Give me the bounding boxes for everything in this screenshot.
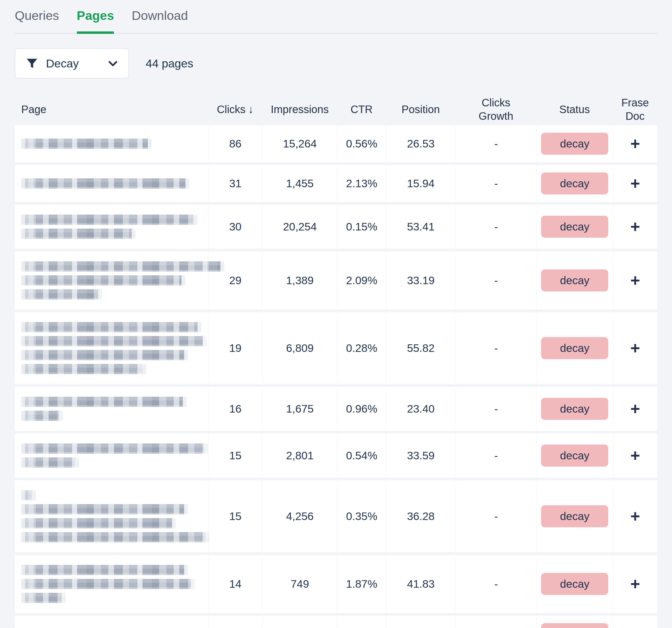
status-badge: decay [541, 623, 608, 628]
tab-download[interactable]: Download [132, 8, 188, 33]
frase-doc-cell: + [613, 480, 657, 552]
table-row: 15 2,801 0.54% 33.59 - decay + [15, 433, 657, 478]
column-header-ctr[interactable]: CTR [337, 103, 386, 116]
redacted-text-line [21, 504, 188, 514]
redacted-text-line [21, 411, 63, 421]
redacted-text-line [21, 289, 102, 300]
impressions-cell: 2,801 [262, 433, 337, 478]
clicks-growth-cell: - [456, 555, 536, 613]
redacted-text-line [21, 518, 176, 528]
redacted-text-line [21, 593, 66, 603]
impressions-cell: 20,254 [262, 205, 337, 249]
ctr-cell: 1.87% [337, 555, 386, 613]
filter-dropdown[interactable]: Decay [15, 48, 129, 78]
add-frase-doc-icon[interactable]: + [630, 135, 640, 152]
status-cell: decay [536, 387, 613, 431]
tab-download-label: Download [132, 8, 188, 23]
redacted-text-line [21, 322, 201, 332]
column-header-frase-doc[interactable]: Frase Doc [613, 96, 657, 123]
add-frase-doc-icon[interactable]: + [630, 447, 640, 464]
page-link[interactable] [15, 555, 208, 613]
status-cell: decay [536, 165, 613, 202]
impressions-cell: 1,455 [262, 165, 337, 202]
chevron-down-icon [107, 57, 119, 69]
column-header-page[interactable]: Page [15, 103, 208, 116]
frase-doc-cell: + [613, 555, 657, 613]
page-link[interactable] [15, 251, 208, 309]
redacted-text-line [21, 215, 197, 225]
ctr-cell: 2.09% [337, 251, 386, 309]
tab-pages[interactable]: Pages [77, 8, 114, 33]
status-badge: decay [541, 573, 608, 595]
impressions-cell: 1,675 [262, 387, 337, 431]
clicks-growth-cell: - [456, 251, 536, 309]
status-cell: decay [536, 125, 613, 162]
page-link[interactable] [15, 165, 208, 202]
table-row: 15 4,256 0.35% 36.28 - decay + [15, 480, 657, 552]
status-badge: decay [541, 445, 608, 467]
clicks-cell: 30 [208, 205, 262, 249]
page-link[interactable] [15, 433, 208, 478]
add-frase-doc-icon[interactable]: + [630, 175, 640, 192]
tab-queries[interactable]: Queries [15, 8, 59, 33]
add-frase-doc-icon[interactable]: + [630, 401, 640, 417]
add-frase-doc-icon[interactable]: + [630, 626, 640, 628]
filter-selected-value: Decay [46, 57, 79, 70]
table-row: 13 467 2.78% 21.44 - decay + [15, 616, 657, 628]
add-frase-doc-icon[interactable]: + [630, 576, 640, 592]
column-header-status[interactable]: Status [536, 103, 613, 116]
position-cell: 23.40 [386, 387, 456, 431]
impressions-cell: 467 [262, 616, 337, 628]
status-cell: decay [536, 251, 613, 309]
ctr-cell: 0.56% [337, 125, 386, 162]
page-count: 44 pages [146, 57, 193, 70]
add-frase-doc-icon[interactable]: + [630, 218, 640, 235]
clicks-cell: 86 [208, 125, 262, 162]
impressions-cell: 15,264 [262, 125, 337, 162]
add-frase-doc-icon[interactable]: + [630, 508, 640, 525]
clicks-growth-cell: - [456, 433, 536, 478]
status-cell: decay [536, 312, 613, 384]
page-link[interactable] [15, 125, 208, 162]
table-row: 86 15,264 0.56% 26.53 - decay + [15, 125, 657, 162]
page-link[interactable] [15, 205, 208, 249]
ctr-cell: 0.96% [337, 387, 386, 431]
add-frase-doc-icon[interactable]: + [630, 340, 640, 356]
frase-doc-cell: + [613, 251, 657, 309]
status-badge: decay [541, 216, 608, 238]
page-link[interactable] [15, 312, 208, 384]
page-link[interactable] [15, 387, 208, 431]
redacted-text-line [21, 532, 209, 542]
column-header-clicks[interactable]: Clicks ↓ [208, 103, 262, 116]
status-badge: decay [541, 337, 608, 359]
clicks-cell: 29 [208, 251, 262, 309]
redacted-text-line [21, 565, 188, 575]
add-frase-doc-icon[interactable]: + [630, 272, 640, 289]
clicks-cell: 15 [208, 433, 262, 478]
frase-doc-cell: + [613, 125, 657, 162]
position-cell: 41.83 [386, 555, 456, 613]
clicks-cell: 31 [208, 165, 262, 202]
impressions-cell: 749 [262, 555, 337, 613]
redacted-text-line [21, 490, 36, 500]
redacted-text-line [21, 350, 188, 360]
frase-doc-cell: + [613, 165, 657, 202]
page-link[interactable] [15, 480, 208, 552]
column-header-clicks-growth[interactable]: Clicks Growth [456, 96, 536, 123]
redacted-text-line [21, 139, 151, 149]
clicks-growth-cell: - [456, 125, 536, 162]
column-header-impressions[interactable]: Impressions [262, 103, 337, 116]
impressions-cell: 1,389 [262, 251, 337, 309]
column-header-position[interactable]: Position [386, 103, 456, 116]
status-badge: decay [541, 133, 608, 155]
frase-doc-cell: + [613, 387, 657, 431]
status-cell: decay [536, 616, 613, 628]
tab-pages-label: Pages [77, 8, 114, 23]
redacted-text-line [21, 444, 208, 454]
status-badge: decay [541, 505, 608, 527]
position-cell: 15.94 [386, 165, 456, 202]
page-link[interactable] [15, 616, 208, 628]
clicks-cell: 16 [208, 387, 262, 431]
table-row: 19 6,809 0.28% 55.82 - decay + [15, 312, 657, 384]
table-row: 14 749 1.87% 41.83 - decay + [15, 555, 657, 613]
